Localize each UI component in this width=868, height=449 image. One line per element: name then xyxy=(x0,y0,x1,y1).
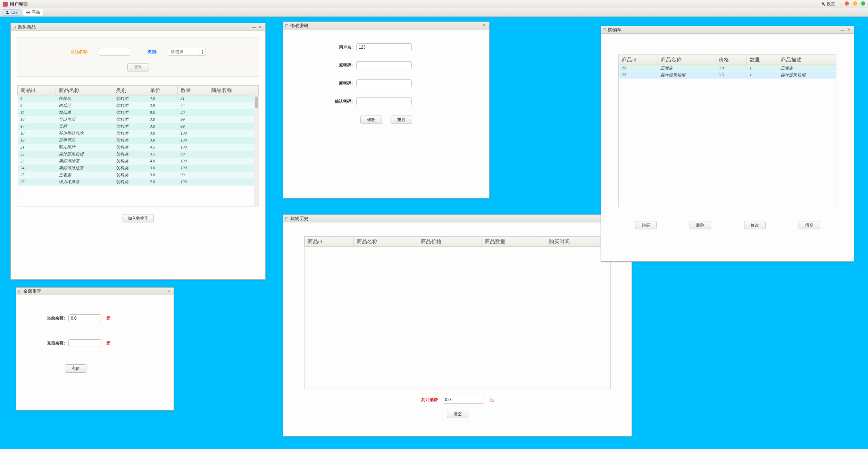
buy-search-button[interactable]: 查询 xyxy=(127,63,149,71)
buy-category-value: 请选择 xyxy=(171,49,198,55)
column-header[interactable]: 商品id xyxy=(18,86,56,95)
cart-modify-button[interactable]: 修改 xyxy=(744,221,766,229)
minimize-button[interactable]: — xyxy=(839,28,846,32)
table-row[interactable]: 25王老吉3.01王老吉 xyxy=(619,65,836,72)
column-header[interactable]: 商品名称 xyxy=(353,237,418,247)
wrench-icon xyxy=(821,2,826,6)
add-to-cart-button[interactable]: 加入购物车 xyxy=(123,214,154,222)
balance-current-input[interactable] xyxy=(68,314,101,322)
history-unit: 元 xyxy=(490,397,494,402)
column-header[interactable]: 商品名称 xyxy=(208,86,259,95)
cart-window: 购物车 — ✕ 商品id商品名称价格数量商品描述 25王老吉3.01王老吉22美… xyxy=(601,26,854,262)
window-title-bar: 用户界面 设置 xyxy=(0,0,868,8)
balance-window-header[interactable]: 余额重置 ✕ xyxy=(16,288,174,295)
pwd-old-input[interactable] xyxy=(356,61,412,69)
cart-window-title: 购物车 xyxy=(608,27,839,33)
column-header[interactable]: 商品id xyxy=(619,55,658,65)
window-bullet-icon xyxy=(603,28,606,31)
column-header[interactable]: 单价 xyxy=(147,86,177,95)
window-controls[interactable] xyxy=(842,1,865,7)
table-row[interactable]: 19百事可乐饮料类3.0100 xyxy=(18,137,259,144)
toolbar-user-chip[interactable]: 123 xyxy=(2,9,21,16)
toolbar: 123 商品 xyxy=(0,8,868,17)
pwd-user-input[interactable] xyxy=(356,43,412,51)
chevron-updown-icon: ▲▼ xyxy=(201,49,204,54)
column-header[interactable]: 类别 xyxy=(113,86,147,95)
buy-category-select[interactable]: 请选择 ▲▼ xyxy=(168,48,206,56)
column-header[interactable]: 商品价格 xyxy=(418,237,482,247)
balance-recharge-button[interactable]: 充值 xyxy=(65,364,86,373)
history-total-input[interactable] xyxy=(443,396,484,404)
table-row[interactable]: 16可口可乐饮料类3.099 xyxy=(18,116,259,123)
buy-name-input[interactable] xyxy=(99,48,130,56)
column-header[interactable]: 商品名称 xyxy=(658,55,716,65)
column-header[interactable]: 数量 xyxy=(178,86,208,95)
pwd-confirm-input[interactable] xyxy=(356,98,412,105)
history-window-header[interactable]: 购物历史 ✕ xyxy=(283,215,632,222)
table-row[interactable]: 24康师傅冰红茶饮料类3.0100 xyxy=(18,165,259,172)
close-button[interactable]: ✕ xyxy=(166,289,172,294)
column-header[interactable]: 商品数量 xyxy=(482,237,546,247)
desktop-area: 购买商品 — ✕ 商品名称: 类别: 请选择 ▲▼ 查询 xyxy=(0,17,868,449)
pwd-reset-button[interactable]: 重置 xyxy=(391,116,412,124)
close-button[interactable]: ✕ xyxy=(257,25,263,29)
window-bullet-icon xyxy=(285,217,288,220)
column-header[interactable]: 商品描述 xyxy=(778,55,836,65)
settings-menu[interactable]: 设置 xyxy=(821,1,835,7)
table-row[interactable]: 23康师傅绿茶饮料类4.0100 xyxy=(18,158,259,165)
buy-window-header[interactable]: 购买商品 — ✕ xyxy=(11,23,265,31)
cart-window-header[interactable]: 购物车 — ✕ xyxy=(601,26,854,34)
history-clear-button[interactable]: 清空 xyxy=(447,410,468,418)
balance-recharge-label: 充值余额: xyxy=(37,340,65,346)
history-table[interactable]: 商品id商品名称商品价格商品数量购买时间 xyxy=(304,237,610,247)
column-header[interactable]: 价格 xyxy=(716,55,746,65)
table-row[interactable]: 18芬达橙味汽水饮料类3.0100 xyxy=(18,130,259,137)
cart-delete-button[interactable]: 删除 xyxy=(690,221,711,229)
toolbar-product-chip[interactable]: 商品 xyxy=(23,9,43,16)
app-icon xyxy=(3,2,8,7)
scrollbar-thumb[interactable] xyxy=(255,96,258,108)
column-header[interactable]: 数量 xyxy=(747,55,778,65)
pwd-new-input[interactable] xyxy=(356,79,412,87)
cart-clear-button[interactable]: 清空 xyxy=(799,221,820,229)
table-row[interactable]: 22美汁源果粒橙3.51美汁源果粒橙 xyxy=(619,72,836,79)
buy-category-label: 类别: xyxy=(148,49,157,55)
settings-label: 设置 xyxy=(827,1,835,7)
cart-table[interactable]: 商品id商品名称价格数量商品描述 25王老吉3.01王老吉22美汁源果粒橙3.5… xyxy=(619,55,836,79)
table-row[interactable]: 25王老吉饮料类3.099 xyxy=(18,172,259,179)
table-row[interactable]: 9西瓜汁饮料类3.944 xyxy=(18,102,259,109)
minimize-button[interactable]: — xyxy=(251,25,257,29)
window-title: 用户界面 xyxy=(10,1,821,7)
minimize-icon[interactable] xyxy=(853,1,857,6)
pwd-new-label: 新密码: xyxy=(311,81,353,86)
column-header[interactable]: 商品id xyxy=(305,237,354,247)
balance-unit: 元 xyxy=(106,315,110,321)
history-table-wrapper: 商品id商品名称商品价格商品数量购买时间 xyxy=(304,236,611,389)
close-icon[interactable] xyxy=(845,1,849,6)
user-icon xyxy=(5,10,9,15)
toolbar-product-label: 商品 xyxy=(32,9,40,15)
svg-rect-1 xyxy=(27,12,29,13)
table-row[interactable]: 11烧仙草饮料类8.020 xyxy=(18,109,259,116)
pwd-modify-button[interactable]: 修改 xyxy=(360,116,382,124)
table-row[interactable]: 17雪碧饮料类3.099 xyxy=(18,123,259,130)
close-button[interactable]: ✕ xyxy=(481,23,487,28)
column-header[interactable]: 商品名称 xyxy=(56,86,113,95)
table-row[interactable]: 5柠檬水饮料类4.031 xyxy=(18,95,259,102)
balance-recharge-input[interactable] xyxy=(68,339,101,347)
toolbar-user-label: 123 xyxy=(11,10,18,15)
cart-buy-button[interactable]: 购买 xyxy=(635,221,657,229)
pwd-confirm-label: 确认密码: xyxy=(311,99,353,104)
table-row[interactable]: 26绿力冬瓜茶饮料类2.0100 xyxy=(18,179,259,186)
window-bullet-icon xyxy=(18,290,21,293)
scrollbar[interactable] xyxy=(254,95,259,206)
close-button[interactable]: ✕ xyxy=(846,27,852,32)
table-row[interactable]: 22美汁源果粒橙饮料类3.599 xyxy=(18,151,259,158)
pwd-user-label: 用户名: xyxy=(311,44,353,50)
password-window-header[interactable]: 修改密码 ✕ xyxy=(283,22,489,29)
table-row[interactable]: 21酷儿橙汁饮料类4.5100 xyxy=(18,144,259,151)
buy-name-label: 商品名称: xyxy=(70,49,89,55)
buy-table[interactable]: 商品id商品名称类别单价数量商品名称 5柠檬水饮料类4.0319西瓜汁饮料类3.… xyxy=(17,85,259,186)
maximize-icon[interactable] xyxy=(861,1,865,6)
cart-table-wrapper: 商品id商品名称价格数量商品描述 25王老吉3.01王老吉22美汁源果粒橙3.5… xyxy=(618,54,836,207)
